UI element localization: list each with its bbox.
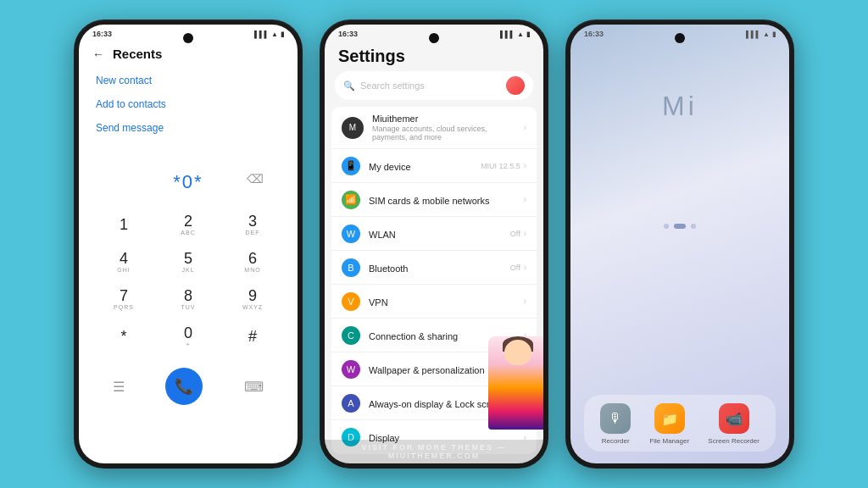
time-1: 16:33 <box>92 30 112 38</box>
dock-file-manager[interactable]: 📁 File Manager <box>649 403 689 445</box>
delete-icon[interactable]: ⌫ <box>247 172 264 186</box>
wlan-icon: W <box>342 225 360 243</box>
dock-recorder[interactable]: 🎙 Recorder <box>600 403 631 445</box>
screen-recorder-icon: 📹 <box>719 403 749 434</box>
time-2: 16:33 <box>338 30 358 38</box>
wallpaper-icon: W <box>342 360 360 379</box>
battery-icon: ▮ <box>281 30 284 38</box>
vpn-content: VPN <box>369 294 515 309</box>
dot-3 <box>691 224 696 229</box>
dial-key-4[interactable]: 4GHI <box>92 244 155 280</box>
settings-item-wlan[interactable]: W WLAN Off › <box>331 217 537 251</box>
account-content: Miuithemer Manage accounts, cloud servic… <box>372 114 515 141</box>
bluetooth-status: Off <box>510 263 520 272</box>
recents-links: New contact Add to contacts Send message <box>79 68 298 141</box>
settings-item-bluetooth[interactable]: B Bluetooth Off › <box>331 251 537 285</box>
wlan-status: Off <box>510 230 520 238</box>
wlan-label: WLAN <box>369 230 396 240</box>
time-3: 16:33 <box>584 30 604 38</box>
signal-icon: ▌▌▌ <box>254 30 269 38</box>
chevron-icon-2: › <box>524 195 526 204</box>
vpn-icon: V <box>342 292 360 311</box>
recents-title: Recents <box>113 47 162 61</box>
status-icons-1: ▌▌▌ ▲ ▮ <box>254 30 284 38</box>
bluetooth-content: Bluetooth <box>369 260 502 275</box>
dialer-display: *0* <box>173 158 203 200</box>
search-avatar <box>506 76 525 95</box>
signal-icon-2: ▌▌▌ <box>500 30 515 38</box>
status-bar-3: 16:33 ▌▌▌ ▲ ▮ <box>570 25 789 40</box>
phone-recents: 16:33 ▌▌▌ ▲ ▮ ← Recents New contact Add … <box>74 19 303 469</box>
new-contact-link[interactable]: New contact <box>96 75 281 86</box>
recorder-label: Recorder <box>602 437 630 445</box>
chevron-icon-4: › <box>524 263 526 272</box>
dial-key-7[interactable]: 7PQRS <box>92 281 155 317</box>
keypad-icon[interactable]: ⌨ <box>244 379 264 395</box>
dial-key-6[interactable]: 6MNO <box>221 244 284 280</box>
status-icons-2: ▌▌▌ ▲ ▮ <box>500 30 530 38</box>
file-manager-label: File Manager <box>649 437 689 445</box>
recorder-icon: 🎙 <box>600 403 631 434</box>
anime-char-body <box>488 336 543 430</box>
recents-screen: 16:33 ▌▌▌ ▲ ▮ ← Recents New contact Add … <box>79 25 298 463</box>
dial-key-hash[interactable]: # <box>221 319 284 354</box>
status-bar-1: 16:33 ▌▌▌ ▲ ▮ <box>79 25 298 40</box>
call-button[interactable]: 📞 <box>165 368 203 405</box>
send-message-link[interactable]: Send message <box>96 122 281 134</box>
menu-icon[interactable]: ☰ <box>113 379 125 395</box>
settings-item-device[interactable]: 📱 My device MIUI 12.5.5 › <box>331 149 537 183</box>
status-icons-3: ▌▌▌ ▲ ▮ <box>746 30 776 38</box>
add-to-contacts-link[interactable]: Add to contacts <box>96 98 281 110</box>
file-manager-icon: 📁 <box>654 403 685 434</box>
page-dots <box>570 224 789 229</box>
bluetooth-label: Bluetooth <box>369 263 408 274</box>
battery-icon-3: ▮ <box>772 30 776 38</box>
account-label: Miuithemer <box>372 114 515 124</box>
phone-settings: 16:33 ▌▌▌ ▲ ▮ Settings 🔍 Search settings… <box>320 19 548 469</box>
recents-header: ← Recents <box>79 40 298 68</box>
connection-label: Connection & sharing <box>369 331 458 341</box>
signal-icon-3: ▌▌▌ <box>746 30 760 38</box>
status-bar-2: 16:33 ▌▌▌ ▲ ▮ <box>325 25 543 40</box>
dial-key-1[interactable]: 1 <box>92 207 155 242</box>
sim-icon: 📶 <box>342 191 360 209</box>
dial-key-star[interactable]: * <box>92 319 155 354</box>
dial-key-9[interactable]: 9WXYZ <box>221 281 284 317</box>
phone-home: 16:33 ▌▌▌ ▲ ▮ Mi 🎙 Recorder 📁 File Manag… <box>565 19 794 469</box>
dialer-bottom: ☰ 📞 ⌨ <box>79 361 298 412</box>
settings-item-account[interactable]: M Miuithemer Manage accounts, cloud serv… <box>331 107 537 149</box>
search-icon: 🔍 <box>343 80 355 92</box>
dock-screen-recorder[interactable]: 📹 Screen Recorder <box>708 403 759 445</box>
device-label: My device <box>369 162 411 172</box>
back-button[interactable]: ← <box>92 47 104 61</box>
dialer-display-row: *0* ⌫ <box>87 158 289 200</box>
chevron-icon-3: › <box>524 229 526 238</box>
dial-key-2[interactable]: 2ABC <box>157 207 220 242</box>
sim-content: SIM cards & mobile networks <box>369 192 515 208</box>
dot-2-active <box>674 224 686 229</box>
vpn-label: VPN <box>369 297 388 308</box>
wifi-icon-2: ▲ <box>517 30 524 38</box>
search-bar[interactable]: 🔍 Search settings <box>335 71 533 100</box>
dot-1 <box>664 224 669 229</box>
anime-character <box>484 328 543 430</box>
settings-item-vpn[interactable]: V VPN › <box>331 285 537 319</box>
search-placeholder: Search settings <box>360 80 501 91</box>
device-version: MIUI 12.5.5 <box>481 162 520 170</box>
settings-item-sim[interactable]: 📶 SIM cards & mobile networks › <box>331 183 537 217</box>
settings-title: Settings <box>325 40 543 71</box>
dial-key-5[interactable]: 5JKL <box>157 244 220 280</box>
chevron-icon-5: › <box>524 297 526 306</box>
chevron-icon-0: › <box>524 123 526 132</box>
dial-key-3[interactable]: 3DEF <box>221 207 284 242</box>
wifi-icon: ▲ <box>271 30 278 38</box>
account-avatar: M <box>342 117 364 139</box>
sim-label: SIM cards & mobile networks <box>369 196 489 206</box>
connection-icon: C <box>342 326 360 345</box>
wallpaper-label: Wallpaper & personalization <box>369 365 485 375</box>
bluetooth-icon: B <box>342 258 360 277</box>
dial-key-0[interactable]: 0+ <box>157 319 220 354</box>
dialer-grid: 1 2ABC 3DEF 4GHI 5JKL 6MNO 7PQRS 8TUV 9W… <box>79 203 298 358</box>
bluetooth-right: Off › <box>510 263 526 272</box>
dial-key-8[interactable]: 8TUV <box>157 281 220 317</box>
